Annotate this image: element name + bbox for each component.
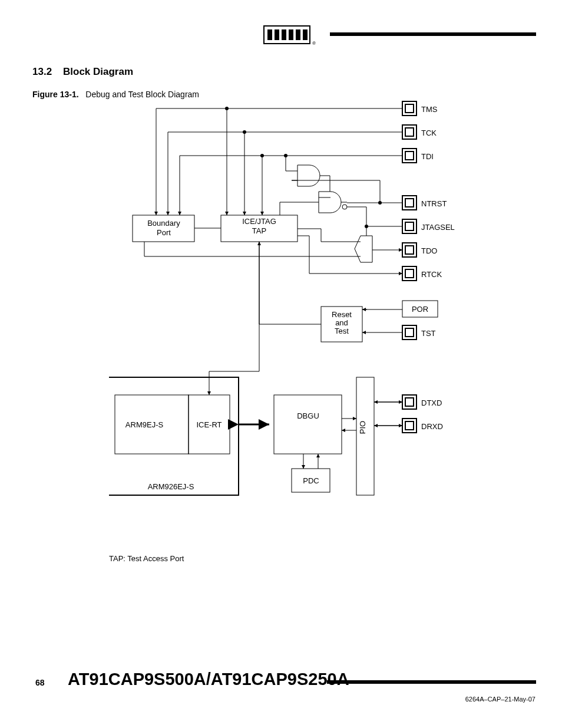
pdc-label: PDC (303, 476, 319, 485)
svg-rect-15 (405, 199, 414, 207)
svg-rect-19 (405, 246, 414, 254)
section-title: Block Diagram (63, 66, 133, 77)
boundary-port-label-2: Port (157, 228, 171, 237)
pin-ntrst-label: NTRST (421, 199, 447, 208)
ice-jtag-tap-label-2: TAP (252, 226, 266, 235)
svg-marker-30 (355, 236, 372, 262)
reset-test-l1: Reset (332, 310, 352, 319)
figure-note: TAP: Test Access Port (109, 554, 184, 563)
pin-tdi-label: TDI (421, 152, 434, 161)
svg-rect-5 (296, 29, 300, 40)
svg-rect-11 (405, 128, 414, 136)
svg-rect-16 (402, 219, 416, 233)
svg-rect-38 (274, 395, 342, 454)
pin-drxd-label: DRXD (421, 422, 443, 431)
figure-caption: Figure 13-1. Debug and Test Block Diagra… (32, 90, 199, 99)
svg-rect-14 (402, 196, 416, 210)
svg-rect-9 (405, 104, 414, 113)
section-number: 13.2 (32, 66, 52, 77)
reset-test-l3: Test (335, 327, 349, 335)
ice-rt-label: ICE-RT (196, 420, 222, 429)
svg-rect-24 (402, 395, 416, 409)
svg-point-57 (284, 154, 287, 157)
svg-rect-12 (402, 149, 416, 163)
footer-rule (327, 680, 536, 684)
svg-rect-6 (303, 29, 308, 40)
section-heading: 13.2 Block Diagram (32, 66, 133, 78)
por-label: POR (412, 305, 428, 314)
svg-rect-23 (405, 328, 414, 337)
svg-rect-4 (289, 29, 293, 40)
svg-rect-21 (405, 269, 414, 278)
figure-label: Figure 13-1. (32, 90, 79, 99)
svg-rect-13 (405, 151, 414, 160)
svg-rect-27 (405, 421, 414, 430)
svg-point-32 (342, 205, 347, 209)
svg-rect-20 (402, 266, 416, 281)
page-number: 68 (35, 678, 45, 687)
pin-tms-label: TMS (421, 105, 438, 114)
svg-text:®: ® (312, 41, 316, 46)
doc-title: AT91CAP9S500A/AT91CAP9S250A (68, 670, 349, 689)
svg-rect-3 (282, 29, 286, 40)
svg-rect-2 (275, 29, 279, 40)
pin-tdo-label: TDO (421, 246, 437, 255)
block-diagram: TMS TCK TDI NTRST JTAGSEL TDO RTCK TST (109, 100, 462, 542)
pio-label: PIO (358, 421, 367, 434)
svg-rect-10 (402, 125, 416, 139)
ice-jtag-tap-label-1: ICE/JTAG (242, 217, 276, 226)
pin-dtxd-label: DTXD (421, 398, 442, 407)
reset-test-l2: and (335, 318, 348, 327)
svg-rect-26 (402, 419, 416, 433)
svg-rect-40 (356, 377, 374, 495)
boundary-port-label-1: Boundary (147, 219, 180, 228)
svg-rect-8 (402, 101, 416, 116)
pin-jtagsel-label: JTAGSEL (421, 223, 455, 232)
pin-tck-label: TCK (421, 129, 437, 137)
pin-rtck-label: RTCK (421, 270, 442, 279)
svg-rect-25 (405, 398, 414, 406)
doc-number: 6264A–CAP–21-May-07 (465, 696, 535, 703)
pin-tst-label: TST (421, 329, 436, 338)
svg-rect-1 (267, 29, 272, 40)
arm9ejs-label: ARM9EJ-S (125, 420, 164, 429)
atmel-logo: ® (259, 24, 318, 50)
svg-rect-22 (402, 325, 416, 340)
header-rule (330, 32, 536, 36)
svg-rect-18 (402, 243, 416, 257)
dbgu-label: DBGU (297, 411, 319, 420)
arm926ejs-label: ARM926EJ-S (148, 482, 194, 491)
figure-caption-text: Debug and Test Block Diagram (85, 90, 199, 99)
svg-rect-17 (405, 222, 414, 230)
